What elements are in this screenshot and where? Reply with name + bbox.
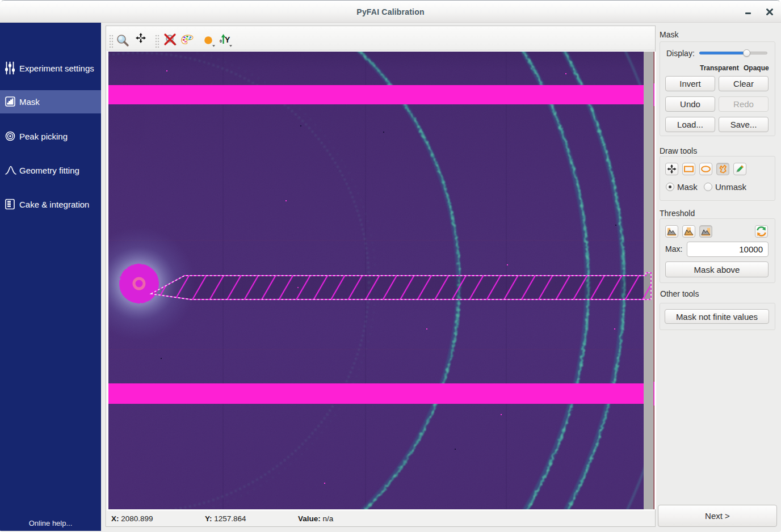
- svg-text:Y: Y: [225, 35, 230, 44]
- svg-text:0: 0: [220, 39, 222, 43]
